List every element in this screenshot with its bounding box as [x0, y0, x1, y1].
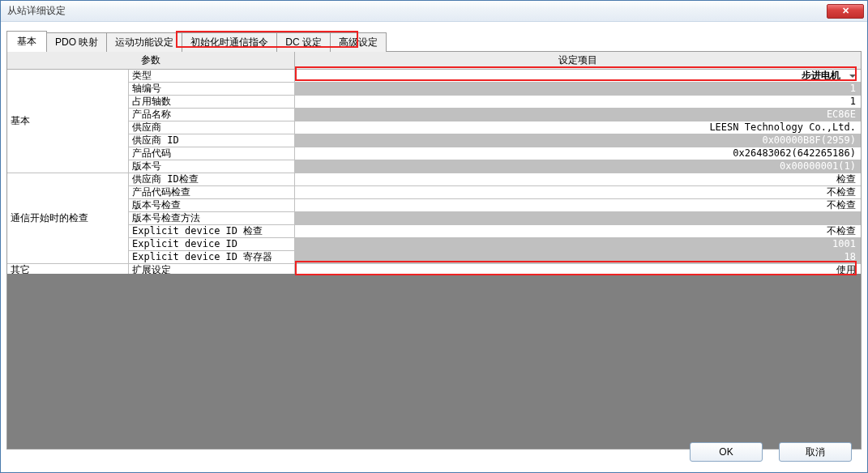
grid-filler	[7, 274, 861, 449]
header-value: 设定项目	[295, 52, 861, 69]
value-cell[interactable]: 不检查	[295, 186, 861, 199]
table-row: 产品代码检查不检查	[7, 186, 861, 199]
param-cell: 类型	[129, 70, 295, 83]
tab-2[interactable]: 运动功能设定	[106, 32, 182, 52]
value-cell[interactable]: 步进电机	[295, 70, 861, 83]
table-row: 供应商 ID检查检查	[7, 173, 861, 186]
group-label: 基本	[7, 70, 129, 173]
group-label: 通信开始时的检查	[7, 173, 129, 264]
header-param: 参数	[7, 52, 295, 69]
param-cell: 版本号检查	[129, 199, 295, 212]
param-cell: 供应商 ID	[129, 134, 295, 147]
button-bar: OK 取消	[690, 442, 852, 462]
value-cell[interactable]: 不检查	[295, 199, 861, 212]
table-row: Explicit device ID1001	[7, 238, 861, 251]
value-cell: EC86E	[295, 109, 861, 121]
grid: 参数 设定项目 类型步进电机 轴编号1占用轴数1产品名称EC86E供应商LEES…	[6, 51, 862, 450]
tab-0[interactable]: 基本	[6, 31, 47, 52]
value-cell[interactable]: 检查	[295, 173, 861, 186]
tab-5[interactable]: 高级设定	[330, 32, 387, 52]
table-row: 供应商LEESN Technology Co.,Ltd.	[7, 121, 861, 134]
param-cell: 占用轴数	[129, 96, 295, 109]
tab-row: 基本PDO 映射运动功能设定初始化时通信指令DC 设定高级设定	[6, 31, 862, 52]
tab-4[interactable]: DC 设定	[276, 32, 331, 52]
param-cell: 轴编号	[129, 83, 295, 96]
param-cell: 产品名称	[129, 109, 295, 121]
param-cell: 产品代码	[129, 147, 295, 160]
value-cell: 18	[295, 251, 861, 264]
param-cell: Explicit device ID	[129, 238, 295, 251]
table-row: 版本号0x00000001(1)	[7, 160, 861, 173]
param-cell: 版本号	[129, 160, 295, 173]
cancel-button[interactable]: 取消	[779, 442, 852, 462]
content-area: 基本PDO 映射运动功能设定初始化时通信指令DC 设定高级设定 参数 设定项目 …	[1, 22, 867, 472]
table-row: 轴编号1	[7, 83, 861, 96]
ok-button[interactable]: OK	[690, 442, 763, 462]
table-row: 供应商 ID0x00000B8F(2959)	[7, 134, 861, 147]
table-row: Explicit device ID 检查不检查	[7, 225, 861, 238]
param-cell: 产品代码检查	[129, 186, 295, 199]
grid-body: 类型步进电机 轴编号1占用轴数1产品名称EC86E供应商LEESN Techno…	[7, 70, 861, 277]
table-row: 版本号检查方法	[7, 212, 861, 225]
table-row: 类型步进电机	[7, 70, 861, 83]
tab-3[interactable]: 初始化时通信指令	[182, 32, 277, 52]
param-cell: 供应商	[129, 121, 295, 134]
dialog-window: 从站详细设定 ✕ 基本PDO 映射运动功能设定初始化时通信指令DC 设定高级设定…	[0, 0, 868, 473]
table-row: 占用轴数1	[7, 96, 861, 109]
table-row: 产品名称EC86E	[7, 109, 861, 121]
param-cell: 版本号检查方法	[129, 212, 295, 225]
value-cell[interactable]: 1	[295, 96, 861, 109]
value-cell[interactable]: 0x26483062(642265186)	[295, 147, 861, 160]
close-button[interactable]: ✕	[827, 4, 864, 19]
table-row: 版本号检查不检查	[7, 199, 861, 212]
table-row: 产品代码0x26483062(642265186)	[7, 147, 861, 160]
value-cell: 1	[295, 83, 861, 96]
value-cell[interactable]: LEESN Technology Co.,Ltd.	[295, 121, 861, 134]
chevron-down-icon[interactable]	[849, 75, 856, 78]
tab-1[interactable]: PDO 映射	[46, 32, 107, 52]
close-icon: ✕	[842, 6, 849, 16]
value-cell[interactable]: 不检查	[295, 225, 861, 238]
param-cell: Explicit device ID 检查	[129, 225, 295, 238]
value-cell: 0x00000001(1)	[295, 160, 861, 173]
grid-header: 参数 设定项目	[7, 52, 861, 70]
param-cell: 供应商 ID检查	[129, 173, 295, 186]
window-title: 从站详细设定	[7, 4, 827, 18]
table-row: Explicit device ID 寄存器18	[7, 251, 861, 264]
value-cell	[295, 212, 861, 225]
value-cell: 0x00000B8F(2959)	[295, 134, 861, 147]
titlebar: 从站详细设定 ✕	[1, 1, 867, 22]
value-cell: 1001	[295, 238, 861, 251]
param-cell: Explicit device ID 寄存器	[129, 251, 295, 264]
